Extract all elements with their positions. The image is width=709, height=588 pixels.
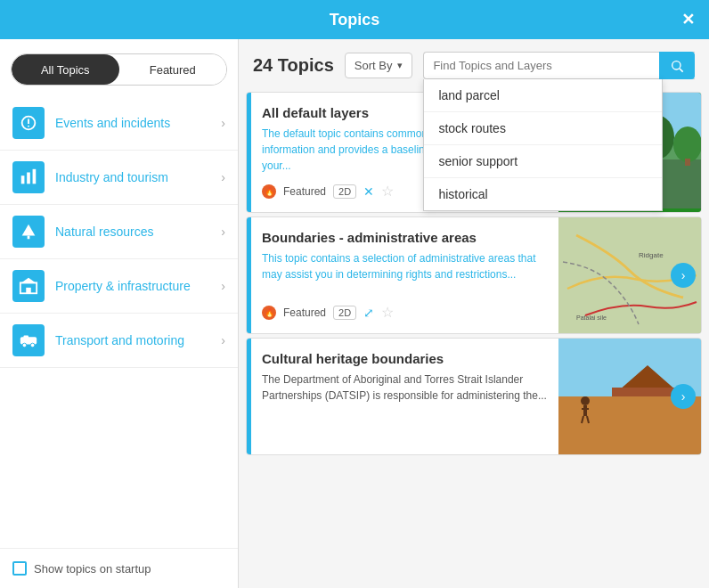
topic-card-boundaries: Boundaries - administrative areas This t… — [246, 216, 702, 334]
svg-point-15 — [672, 61, 680, 69]
sidebar-item-label-transport: Transport and motoring — [55, 333, 210, 347]
suggestion-stock-routes[interactable]: stock routes — [424, 112, 662, 145]
search-button[interactable] — [659, 52, 695, 79]
svg-marker-6 — [22, 225, 36, 236]
sidebar-footer: Show topics on startup — [0, 548, 238, 588]
topic-card-image-map: Ridgate Patalai sile › — [558, 217, 701, 333]
header-title: Topics — [330, 11, 380, 29]
transport-icon — [12, 324, 45, 356]
sidebar: All Topics Featured Events and incidents… — [0, 39, 239, 588]
search-icon — [670, 59, 684, 73]
sidebar-item-label-industry: Industry and tourism — [55, 170, 210, 184]
svg-rect-11 — [20, 337, 37, 344]
sidebar-items: Events and incidents › Industry and tour… — [0, 96, 238, 548]
sidebar-item-label-events: Events and incidents — [55, 116, 210, 130]
topic-title: Cultural heritage boundaries — [262, 351, 548, 366]
toggle-bar: All Topics Featured — [11, 53, 227, 86]
content-area: 24 Topics Sort By ▾ land parcel stock ro… — [239, 39, 709, 588]
content-header: 24 Topics Sort By ▾ land parcel stock ro… — [239, 39, 709, 92]
property-icon — [12, 270, 45, 302]
close-tag-icon[interactable]: ✕ — [363, 184, 374, 199]
show-topics-label: Show topics on startup — [34, 562, 151, 576]
main-layout: All Topics Featured Events and incidents… — [0, 39, 709, 588]
sort-by-label: Sort By — [354, 59, 393, 72]
natural-icon — [12, 216, 45, 248]
topic-description: This topic contains a selection of admin… — [262, 250, 548, 295]
svg-rect-10 — [26, 288, 31, 293]
search-input[interactable] — [423, 52, 695, 79]
topic-description: The Department of Aboriginal and Torres … — [262, 372, 548, 442]
chevron-right-icon: › — [221, 333, 225, 347]
star-icon[interactable]: ☆ — [381, 183, 394, 200]
show-topics-checkbox[interactable] — [12, 561, 27, 576]
card-content: Cultural heritage boundaries The Departm… — [251, 339, 558, 454]
svg-rect-3 — [21, 176, 25, 184]
svg-point-2 — [28, 126, 29, 127]
svg-text:Patalai sile: Patalai sile — [576, 314, 607, 321]
svg-line-16 — [680, 69, 683, 72]
sidebar-item-events[interactable]: Events and incidents › — [0, 96, 238, 151]
svg-marker-9 — [20, 278, 37, 283]
suggestion-historical[interactable]: historical — [424, 178, 662, 210]
card-content: Boundaries - administrative areas This t… — [251, 217, 558, 333]
header: Topics ✕ — [0, 0, 709, 39]
featured-label: Featured — [283, 306, 326, 319]
search-suggestions: land parcel stock routes senior support … — [423, 79, 663, 211]
star-icon[interactable]: ☆ — [381, 304, 394, 321]
svg-rect-5 — [33, 169, 37, 184]
sort-by-dropdown[interactable]: Sort By ▾ — [345, 53, 413, 78]
topics-count: 24 Topics — [253, 55, 334, 76]
chevron-right-icon: › — [221, 116, 225, 130]
svg-point-36 — [581, 396, 590, 405]
suggestion-senior-support[interactable]: senior support — [424, 145, 662, 178]
tag-2d: 2D — [333, 184, 356, 199]
search-container: land parcel stock routes senior support … — [423, 52, 695, 79]
svg-rect-14 — [24, 336, 29, 339]
close-icon[interactable]: ✕ — [681, 10, 695, 29]
svg-point-12 — [22, 343, 27, 347]
industry-icon — [12, 161, 45, 193]
svg-text:Ridgate: Ridgate — [639, 251, 664, 259]
topic-title: Boundaries - administrative areas — [262, 230, 548, 245]
chevron-right-icon: › — [221, 225, 225, 239]
chevron-right-icon: › — [221, 170, 225, 184]
topic-tags: 🔥 Featured 2D ⤢ ☆ — [262, 304, 548, 321]
topic-card-image-desert: › — [558, 339, 701, 454]
featured-fire-icon: 🔥 — [262, 184, 276, 199]
featured-toggle[interactable]: Featured — [119, 54, 227, 85]
svg-rect-7 — [28, 236, 30, 240]
events-icon — [12, 107, 45, 139]
svg-rect-27 — [685, 159, 690, 166]
sidebar-item-label-natural: Natural resources — [55, 225, 210, 239]
svg-rect-4 — [27, 173, 30, 184]
all-topics-toggle[interactable]: All Topics — [12, 54, 119, 85]
topic-card-cultural-heritage: Cultural heritage boundaries The Departm… — [246, 338, 702, 455]
sidebar-item-transport[interactable]: Transport and motoring › — [0, 314, 238, 368]
expand-icon[interactable]: ⤢ — [363, 306, 374, 320]
card-nav-arrow[interactable]: › — [671, 384, 696, 409]
svg-rect-37 — [583, 405, 587, 416]
sidebar-item-industry[interactable]: Industry and tourism › — [0, 151, 238, 205]
sort-chevron-icon: ▾ — [397, 60, 403, 71]
sidebar-item-property[interactable]: Property & infrastructure › — [0, 259, 238, 314]
svg-point-26 — [673, 127, 701, 162]
svg-point-13 — [30, 343, 35, 347]
sidebar-item-label-property: Property & infrastructure — [55, 279, 210, 293]
tag-2d: 2D — [333, 306, 356, 320]
suggestion-land-parcel[interactable]: land parcel — [424, 79, 662, 112]
featured-label: Featured — [283, 185, 326, 198]
card-nav-arrow[interactable]: › — [671, 263, 696, 288]
sidebar-item-natural[interactable]: Natural resources › — [0, 205, 238, 259]
chevron-right-icon: › — [221, 279, 225, 293]
featured-fire-icon: 🔥 — [262, 306, 276, 320]
